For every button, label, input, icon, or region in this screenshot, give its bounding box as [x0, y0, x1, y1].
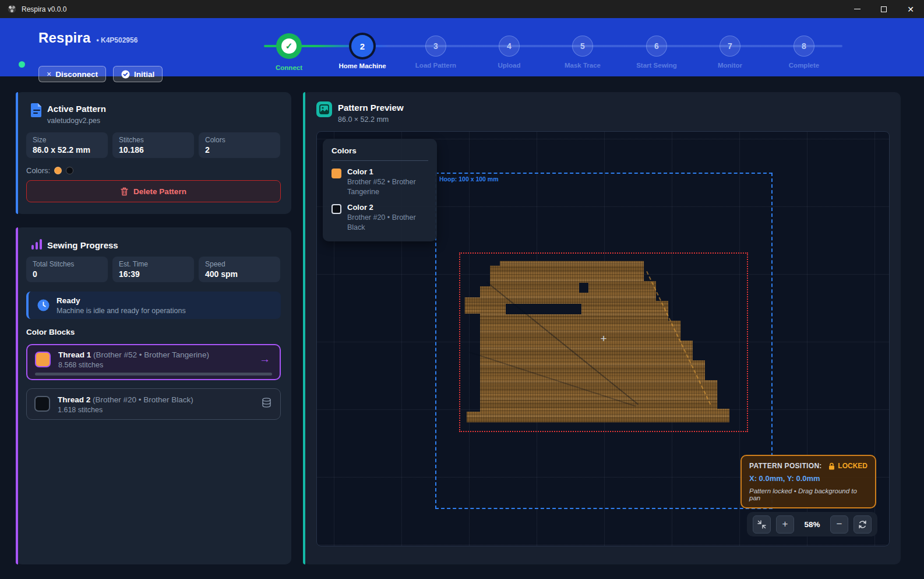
legend-color-2: Color 2 Brother #20 • Brother Black [331, 203, 428, 233]
app-name: Respira [38, 30, 90, 46]
stat-stitches: Stitches 10.186 [112, 132, 194, 158]
colors-legend-panel: Colors Color 1 Brother #52 • Brother Tan… [323, 139, 437, 241]
verified-check-icon [121, 70, 130, 79]
active-pattern-title: Active Pattern [47, 104, 106, 114]
step-monitor[interactable]: 7 Monitor [693, 18, 767, 69]
maximize-icon [881, 6, 887, 12]
delete-pattern-button[interactable]: Delete Pattern [26, 180, 281, 202]
stat-size: Size 86.0 x 52.2 mm [26, 132, 108, 158]
stat-total-stitches: Total Stitches 0 [26, 257, 108, 282]
zoom-out-button[interactable]: − [830, 515, 848, 534]
active-pattern-card: Active Pattern valetudogv2.pes Size 86.0… [16, 92, 291, 214]
layers-icon [261, 397, 272, 408]
pattern-preview-card: Pattern Preview 86.0 × 52.2 mm Hoop: 100… [303, 92, 901, 564]
maximize-button[interactable] [870, 0, 897, 18]
file-icon [30, 103, 43, 118]
zoom-level: 58% [799, 520, 825, 529]
hoop-label: Hoop: 100 x 100 mm [439, 176, 499, 183]
minimize-button[interactable] [844, 0, 870, 18]
step-load-pattern[interactable]: 3 Load Pattern [399, 18, 472, 69]
step-done-check-icon: ✓ [281, 38, 297, 54]
sewing-progress-card: Sewing Progress Total Stitches 0 Est. Ti… [16, 227, 291, 564]
step-start-sewing[interactable]: 6 Start Sewing [620, 18, 693, 69]
stat-est-time: Est. Time 16:39 [112, 257, 194, 282]
refresh-icon [858, 520, 867, 529]
fit-icon [757, 520, 766, 529]
arrow-right-icon: → [259, 353, 270, 366]
disconnect-button[interactable]: × Disconnect [38, 66, 106, 82]
pattern-filename: valetudogv2.pes [47, 117, 106, 125]
pattern-dimensions: 86.0 × 52.2 mm [338, 115, 404, 124]
status-message: Machine is idle and ready for operations [57, 307, 186, 315]
bar-chart-icon [30, 238, 43, 251]
color-2-swatch [331, 204, 341, 214]
step-connect[interactable]: ✓ Connect [252, 18, 326, 71]
color-blocks-heading: Color Blocks [26, 328, 75, 336]
thread-1-block[interactable]: Thread 1 (Brother #52 • Brother Tangerin… [26, 344, 281, 380]
plus-icon: + [782, 518, 788, 530]
pattern-position-overlay: PATTERN POSITION: LOCKED X: 0.0mm, Y: 0.… [740, 455, 876, 508]
step-upload[interactable]: 4 Upload [472, 18, 546, 69]
zoom-toolbar: + 58% − [747, 512, 877, 536]
clock-icon [37, 299, 50, 311]
pattern-coordinates: X: 0.0mm, Y: 0.0mm [749, 474, 867, 483]
card-accent-blue [16, 92, 18, 214]
pattern-colors-row: Colors: [26, 166, 73, 175]
preview-canvas[interactable]: Hoop: 100 x 100 mm + Colors Color 1 Brot… [316, 131, 890, 546]
connection-status-dot [19, 61, 25, 68]
color-1-swatch [331, 169, 341, 178]
machine-status-banner: Ready Machine is idle and ready for oper… [26, 292, 281, 319]
card-accent-teal [303, 92, 305, 564]
image-icon [316, 101, 332, 117]
trash-icon [121, 187, 128, 196]
color-swatch-black [66, 167, 73, 174]
thread-1-progress-bar [35, 373, 272, 376]
pan-hint: Pattern locked • Drag background to pan [749, 487, 867, 501]
legend-color-1: Color 1 Brother #52 • Brother Tangerine [331, 167, 428, 197]
thread-2-swatch [34, 396, 50, 412]
close-icon: ✕ [907, 5, 914, 13]
lock-status: LOCKED [838, 462, 867, 470]
step-mask-trace[interactable]: 5 Mask Trace [546, 18, 619, 69]
sewing-progress-title: Sewing Progress [47, 240, 118, 250]
fit-to-view-button[interactable] [753, 515, 771, 534]
zoom-in-button[interactable]: + [776, 515, 794, 534]
thread-2-block[interactable]: Thread 2 (Brother #20 • Brother Black) 1… [26, 388, 281, 420]
step-home-machine[interactable]: 2 Home Machine [326, 18, 399, 69]
step-complete[interactable]: 8 Complete [767, 18, 841, 69]
disconnect-x-icon: × [47, 69, 51, 79]
workflow-stepper: ✓ Connect 2 Home Machine 3 Load Pattern … [252, 18, 858, 76]
center-cross-marker: + [598, 334, 609, 344]
titlebar: Respira v0.0.0 ✕ [0, 0, 924, 18]
thread-1-swatch [35, 352, 51, 367]
minimize-icon [854, 9, 860, 9]
card-accent-purple [16, 227, 18, 564]
app-header: Respira • K4P502956 × Disconnect Initial… [0, 18, 924, 76]
minus-icon: − [837, 518, 842, 530]
initial-button[interactable]: Initial [113, 66, 163, 82]
stat-speed: Speed 400 spm [199, 257, 280, 282]
stat-colors: Colors 2 [199, 132, 280, 158]
app-icon [8, 5, 16, 13]
pattern-preview-title: Pattern Preview [338, 103, 404, 113]
window-title: Respira v0.0.0 [22, 5, 66, 13]
divider [331, 160, 428, 161]
machine-serial: • K4P502956 [96, 36, 137, 44]
lock-icon [828, 462, 835, 470]
color-swatch-orange [54, 167, 62, 174]
reset-view-button[interactable] [854, 515, 872, 534]
close-button[interactable]: ✕ [897, 0, 924, 18]
status-title: Ready [57, 296, 80, 305]
